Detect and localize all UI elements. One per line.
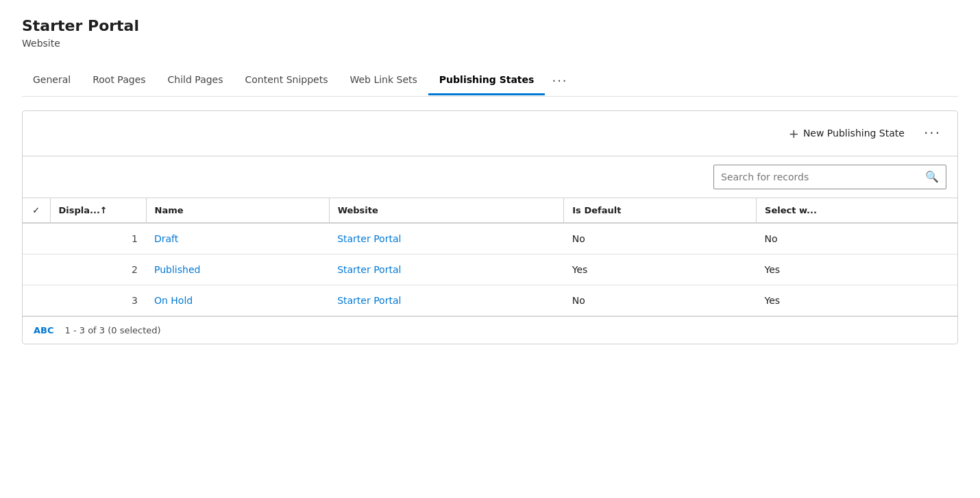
col-header-is-default[interactable]: Is Default bbox=[564, 198, 757, 223]
search-icon: 🔍 bbox=[925, 170, 939, 183]
abc-filter[interactable]: ABC bbox=[34, 325, 54, 335]
grid-toolbar: + New Publishing State ··· bbox=[23, 122, 957, 156]
publishing-states-grid: ✓ Displa...↑ Name Website Is Default Sel… bbox=[23, 198, 957, 316]
record-name-link[interactable]: Published bbox=[154, 264, 200, 275]
col-header-select-w[interactable]: Select w... bbox=[757, 198, 957, 223]
record-name-link[interactable]: On Hold bbox=[154, 295, 193, 306]
search-box: 🔍 bbox=[713, 165, 946, 189]
check-icon: ✓ bbox=[32, 205, 40, 215]
tab-web-link-sets[interactable]: Web Link Sets bbox=[339, 66, 428, 95]
is-default-col-label: Is Default bbox=[572, 205, 621, 215]
row-is-default: No bbox=[564, 223, 757, 254]
website-col-label: Website bbox=[338, 205, 378, 215]
tab-root-pages[interactable]: Root Pages bbox=[82, 66, 156, 95]
search-row: 🔍 bbox=[23, 165, 957, 198]
row-website: Starter Portal bbox=[329, 285, 564, 316]
record-website-link[interactable]: Starter Portal bbox=[337, 264, 401, 275]
tab-general[interactable]: General bbox=[22, 66, 82, 95]
row-website: Starter Portal bbox=[329, 223, 564, 254]
row-website: Starter Portal bbox=[329, 254, 564, 285]
content-area: + New Publishing State ··· 🔍 ✓ Displa...… bbox=[22, 110, 958, 344]
page-subtitle: Website bbox=[22, 38, 958, 49]
row-name: Draft bbox=[146, 223, 329, 254]
record-name-link[interactable]: Draft bbox=[154, 233, 178, 244]
col-header-check[interactable]: ✓ bbox=[23, 198, 50, 223]
table-row: 2 Published Starter Portal Yes Yes bbox=[23, 254, 957, 285]
toolbar-more-button[interactable]: ··· bbox=[918, 123, 946, 143]
row-name: On Hold bbox=[146, 285, 329, 316]
row-select-w: Yes bbox=[757, 254, 957, 285]
grid-header-row: ✓ Displa...↑ Name Website Is Default Sel… bbox=[23, 198, 957, 223]
search-input[interactable] bbox=[721, 171, 920, 182]
row-is-default: No bbox=[564, 285, 757, 316]
row-display-order: 2 bbox=[50, 254, 146, 285]
row-display-order: 3 bbox=[50, 285, 146, 316]
col-header-display[interactable]: Displa...↑ bbox=[50, 198, 146, 223]
row-select-w: Yes bbox=[757, 285, 957, 316]
page-header: Starter Portal Website bbox=[22, 16, 958, 49]
tabs-nav: General Root Pages Child Pages Content S… bbox=[22, 65, 958, 97]
grid-footer: ABC 1 - 3 of 3 (0 selected) bbox=[23, 316, 957, 344]
row-checkbox[interactable] bbox=[23, 254, 50, 285]
row-name: Published bbox=[146, 254, 329, 285]
row-select-w: No bbox=[757, 223, 957, 254]
row-display-order: 1 bbox=[50, 223, 146, 254]
page-title: Starter Portal bbox=[22, 16, 958, 36]
row-checkbox[interactable] bbox=[23, 223, 50, 254]
col-header-name[interactable]: Name bbox=[146, 198, 329, 223]
tab-publishing-states[interactable]: Publishing States bbox=[428, 66, 546, 95]
tab-content-snippets[interactable]: Content Snippets bbox=[234, 66, 339, 95]
tab-child-pages[interactable]: Child Pages bbox=[157, 66, 234, 95]
toolbar-separator bbox=[23, 156, 957, 156]
record-count: 1 - 3 of 3 (0 selected) bbox=[65, 325, 161, 335]
tab-more-button[interactable]: ··· bbox=[545, 65, 574, 96]
display-col-label: Displa...↑ bbox=[59, 205, 108, 215]
new-button-label: New Publishing State bbox=[803, 128, 905, 139]
name-col-label: Name bbox=[155, 205, 184, 215]
record-website-link[interactable]: Starter Portal bbox=[337, 233, 401, 244]
row-is-default: Yes bbox=[564, 254, 757, 285]
table-row: 3 On Hold Starter Portal No Yes bbox=[23, 285, 957, 316]
row-checkbox[interactable] bbox=[23, 285, 50, 316]
plus-icon: + bbox=[789, 126, 799, 141]
col-header-website[interactable]: Website bbox=[329, 198, 564, 223]
new-publishing-state-button[interactable]: + New Publishing State bbox=[783, 122, 910, 145]
record-website-link[interactable]: Starter Portal bbox=[337, 295, 401, 306]
select-w-col-label: Select w... bbox=[765, 205, 817, 215]
table-row: 1 Draft Starter Portal No No bbox=[23, 223, 957, 254]
